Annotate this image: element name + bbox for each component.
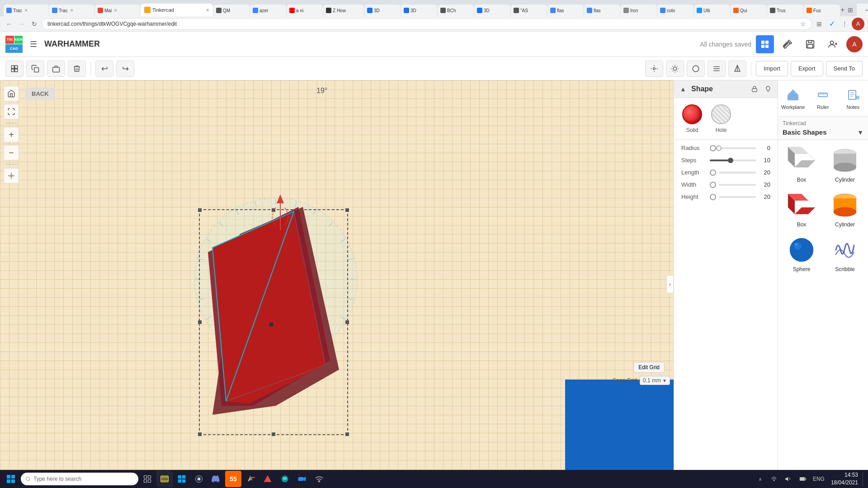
browser-tab-as[interactable]: "AS: [511, 5, 547, 16]
back-nav-btn[interactable]: ←: [4, 19, 14, 29]
browser-tab-3d3[interactable]: 3D: [474, 5, 510, 16]
browser-tab-azer[interactable]: azer: [250, 5, 286, 16]
volume-sys-icon[interactable]: [782, 472, 795, 486]
store-taskbar[interactable]: [174, 471, 190, 487]
home-view-btn[interactable]: [4, 86, 19, 101]
address-bar[interactable]: tinkercad.com/things/dtkWOGVCgqe-warhamm…: [42, 18, 812, 30]
hole-option[interactable]: Hole: [711, 104, 731, 133]
light-btn[interactable]: [666, 61, 684, 77]
radius-slider-thumb[interactable]: [716, 145, 722, 151]
new-tab-button[interactable]: +: [840, 4, 844, 16]
menu-icon[interactable]: ☰: [27, 38, 40, 51]
browser-tab-3d1[interactable]: 3D: [364, 5, 401, 16]
lang-indicator[interactable]: ENG: [811, 476, 826, 482]
shape-btn[interactable]: [687, 61, 705, 77]
browser-tab-mail[interactable]: Mai ✕: [95, 5, 140, 16]
steps-slider-thumb[interactable]: [728, 158, 733, 163]
group-btn[interactable]: [47, 61, 65, 77]
height-circle-input[interactable]: [710, 194, 716, 200]
browser-tab-z[interactable]: Z How: [323, 5, 364, 16]
minimize-btn[interactable]: ─: [857, 4, 868, 16]
delete-btn[interactable]: [68, 61, 86, 77]
mirror-btn[interactable]: [728, 61, 746, 77]
show-hidden-icons-btn[interactable]: ∧: [755, 472, 766, 486]
tinkercad-logo[interactable]: TIN KER CAD: [5, 36, 23, 53]
radius-circle-input[interactable]: [710, 145, 716, 151]
fritzing-taskbar[interactable]: [259, 471, 276, 487]
tab-search-btn[interactable]: ⊞: [845, 5, 856, 15]
bookmark-icon[interactable]: ☆: [800, 20, 806, 28]
browser-tab-colo[interactable]: colo: [657, 5, 693, 16]
tools-btn[interactable]: [778, 35, 797, 53]
snap-grid-value[interactable]: 0.1 mm ▼: [640, 376, 670, 385]
show-desktop-btn[interactable]: [863, 472, 866, 486]
extensions-btn[interactable]: ⊞: [814, 19, 825, 29]
copy-btn[interactable]: [26, 61, 44, 77]
task-view-btn[interactable]: [139, 471, 156, 487]
shape-item-cylinder-grey[interactable]: Cylinder: [825, 144, 865, 185]
snap-btn[interactable]: [4, 168, 19, 183]
user-avatar[interactable]: A: [852, 18, 864, 30]
workplane-btn[interactable]: Workplane: [778, 84, 808, 113]
sendto-btn[interactable]: Send To: [826, 61, 863, 76]
grid-view-btn[interactable]: [756, 35, 774, 53]
add-user-btn[interactable]: [824, 35, 842, 53]
forward-nav-btn[interactable]: →: [16, 19, 27, 29]
browser-tab-ulti[interactable]: Ulti: [694, 5, 730, 16]
lock-icon[interactable]: [750, 84, 760, 94]
fit-view-btn[interactable]: [4, 104, 19, 119]
import-btn[interactable]: Import: [756, 61, 788, 76]
shape-item-sphere-blue[interactable]: Sphere: [782, 233, 821, 274]
arduino-taskbar[interactable]: [277, 471, 293, 487]
redo-btn[interactable]: ↪: [116, 61, 134, 77]
browser-tab-iron[interactable]: Iron: [621, 5, 657, 16]
category-dropdown-btn[interactable]: ▼: [857, 129, 863, 136]
shape-item-cylinder-orange[interactable]: Cylinder: [825, 188, 865, 230]
shape-item-scribble[interactable]: Scribble: [825, 233, 865, 274]
discord-taskbar[interactable]: [208, 471, 224, 487]
start-button[interactable]: [2, 472, 20, 486]
edit-grid-btn[interactable]: Edit Grid: [633, 362, 665, 373]
align-btn[interactable]: [708, 61, 726, 77]
browser-tab-3d2[interactable]: 3D: [401, 5, 437, 16]
new-shape-btn[interactable]: [5, 61, 24, 77]
file-explorer-taskbar[interactable]: [156, 471, 173, 487]
back-button[interactable]: BACK: [25, 88, 55, 100]
taskbar-search[interactable]: Type here to search: [21, 473, 138, 485]
browser-tab-bch[interactable]: BCh: [438, 5, 474, 16]
network-taskbar[interactable]: [311, 471, 327, 487]
shape-item-box-grey[interactable]: Box: [782, 144, 821, 185]
browser-settings-btn[interactable]: ⋮: [839, 19, 850, 29]
browser-tab-qui[interactable]: Qui: [731, 5, 767, 16]
taskbar-clock[interactable]: 14:53 18/04/2021: [828, 471, 861, 487]
length-circle-input[interactable]: [710, 169, 716, 176]
browser-tab-youtube[interactable]: a ni: [287, 5, 323, 16]
orange-app-taskbar[interactable]: 55: [225, 471, 241, 487]
panel-collapse-btn[interactable]: ▲: [679, 84, 688, 94]
browser-tab-tinkercad[interactable]: Tinkercad ✕: [141, 4, 213, 16]
rotation-handle[interactable]: [271, 194, 289, 232]
browser-tab-fus[interactable]: Fus: [804, 5, 840, 16]
browser-tab-flas1[interactable]: flas: [547, 5, 584, 16]
camera-view-btn[interactable]: [645, 61, 663, 77]
steam-taskbar[interactable]: [191, 471, 207, 487]
zoom-out-btn[interactable]: −: [4, 145, 19, 160]
browser-tab-2[interactable]: Trac ✕: [49, 5, 94, 16]
panel-toggle-btn[interactable]: ›: [666, 275, 674, 293]
shape-item-box-red[interactable]: Box: [782, 188, 821, 230]
export-btn[interactable]: Export: [791, 61, 823, 76]
browser-tab-1[interactable]: Trac ✕: [4, 5, 49, 16]
ruler-btn[interactable]: Ruler: [808, 84, 838, 113]
user-profile-btn[interactable]: A: [846, 36, 863, 52]
zoom-taskbar[interactable]: [294, 471, 310, 487]
browser-tab-qm[interactable]: QM: [213, 5, 250, 16]
browser-tab-trus[interactable]: Trus: [767, 5, 803, 16]
undo-btn[interactable]: ↩: [95, 61, 113, 77]
viewport[interactable]: + − BACK 19°: [0, 80, 674, 488]
save-btn[interactable]: [801, 35, 819, 53]
network-sys-icon[interactable]: [768, 472, 780, 486]
notes-btn[interactable]: Notes: [838, 84, 868, 113]
reload-btn[interactable]: ↻: [29, 19, 40, 29]
bulb-icon[interactable]: [763, 84, 773, 94]
profile-checkmark[interactable]: ✓: [826, 19, 837, 29]
